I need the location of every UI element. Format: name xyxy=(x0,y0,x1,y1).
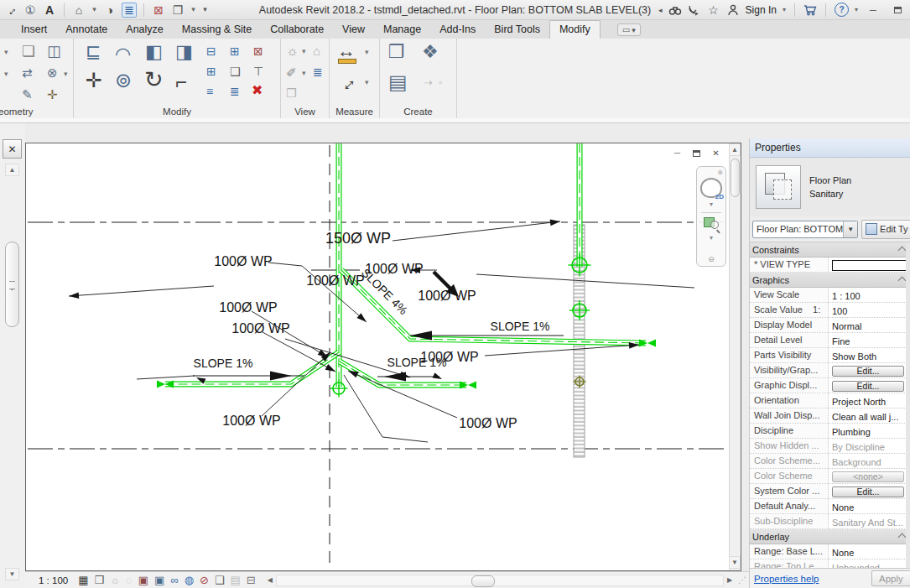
search-binoculars-icon[interactable] xyxy=(668,3,682,17)
temporary-hide-isolate-icon[interactable]: ◍ xyxy=(185,575,194,585)
property-value[interactable]: Edit... xyxy=(829,484,910,498)
hscroll-track[interactable] xyxy=(276,575,724,586)
resize-grip[interactable]: ⋰ xyxy=(736,575,749,585)
pipe-fitting-symbol[interactable] xyxy=(330,380,348,398)
tag-by-category-icon[interactable]: ① xyxy=(23,3,38,18)
crop-view-icon[interactable]: ▣ xyxy=(138,575,148,585)
scale-icon[interactable]: ❑ xyxy=(230,65,241,77)
canvas-scroll-down-icon[interactable]: ▼ xyxy=(729,556,741,569)
type-selector-caret-icon[interactable]: ▼ xyxy=(843,221,857,237)
tab-manage[interactable]: Manage xyxy=(374,21,430,39)
apply-button[interactable]: Apply xyxy=(871,570,910,586)
properties-header[interactable]: Properties xyxy=(750,138,910,158)
tab-massing-site[interactable]: Massing & Site xyxy=(173,21,261,39)
navbar-close-icon[interactable]: ⊗ xyxy=(717,169,723,176)
view-house-icon[interactable]: ⌂ xyxy=(313,44,320,57)
leader-line[interactable] xyxy=(69,286,214,299)
mirror-pick-axis-icon[interactable]: ◧ xyxy=(145,43,163,61)
pipe-fitting-symbol[interactable] xyxy=(460,382,476,389)
worksharing-display-icon[interactable]: ⊘ xyxy=(200,575,209,585)
hscroll-thumb[interactable] xyxy=(471,575,495,587)
property-value[interactable]: None xyxy=(829,499,910,513)
collapse-infocenter-icon[interactable]: ◂ xyxy=(658,6,663,14)
type-selector-dropdown[interactable]: Floor Plan: BOTTOM ▼ xyxy=(752,221,858,238)
left-scrollbar-thumb[interactable] xyxy=(5,242,19,327)
view-caret-1[interactable]: ▾ xyxy=(302,48,306,55)
canvas-horizontal-scrollbar[interactable]: ◀ ▶ xyxy=(264,574,736,587)
geometry-caret-2[interactable]: ▾ xyxy=(4,70,8,78)
copy-icon[interactable]: ⊚ xyxy=(115,70,132,91)
thin-lines-icon[interactable]: ≣ xyxy=(122,3,137,18)
geometry-caret-1[interactable]: ▾ xyxy=(4,49,8,56)
unpin-icon[interactable]: ⊠ xyxy=(253,45,263,57)
tab-modify[interactable]: Modify xyxy=(549,20,601,39)
default-3d-view-caret[interactable]: ▾ xyxy=(91,3,98,18)
measure-caret-1[interactable]: ▾ xyxy=(365,49,369,56)
leader-line[interactable] xyxy=(476,274,694,288)
pipe-annotation[interactable]: 100Ø WP xyxy=(420,350,478,364)
scroll-up-button[interactable]: ▲ xyxy=(5,164,19,176)
create-parts-icon[interactable]: ⇢ xyxy=(424,77,433,88)
rendering-icon[interactable]: ◌ xyxy=(126,575,133,585)
extend-multiple-icon[interactable]: ≣ xyxy=(230,86,240,97)
split-element-icon[interactable]: ⊟ xyxy=(206,45,216,57)
tab-bird-tools[interactable]: Bird Tools xyxy=(485,21,549,39)
paint-icon[interactable]: ✛ xyxy=(47,88,58,101)
leader-line[interactable] xyxy=(268,263,367,322)
slope-arrow[interactable] xyxy=(377,372,442,382)
offset-icon[interactable]: ◠ xyxy=(115,45,131,64)
section-collapse-icon[interactable] xyxy=(898,533,907,542)
close-left-panel-button[interactable]: ✕ xyxy=(3,139,22,159)
zoom-caret-icon[interactable]: ▾ xyxy=(710,234,713,242)
sign-in-person-icon[interactable] xyxy=(726,3,740,17)
array-icon[interactable]: ⊞ xyxy=(206,65,216,77)
trim-multiple-icon[interactable]: ≡ xyxy=(206,86,213,97)
property-value[interactable]: 100 xyxy=(829,303,910,317)
minimize-button[interactable]: ─ xyxy=(864,3,882,17)
selection-box-icon[interactable]: ❒ xyxy=(286,87,297,99)
customize-qat-icon[interactable]: ▾ xyxy=(201,3,209,18)
split-with-gap-icon[interactable]: ⊞ xyxy=(230,45,240,57)
view-restore-icon[interactable] xyxy=(690,148,703,159)
pipe-annotation[interactable]: 100Ø WP xyxy=(231,321,289,336)
tab-annotate[interactable]: Annotate xyxy=(56,21,117,39)
tab-analyze[interactable]: Analyze xyxy=(117,21,172,39)
section-collapse-icon[interactable] xyxy=(898,247,907,255)
property-value[interactable]: Sanitary And St... xyxy=(829,514,910,528)
tab-add-ins[interactable]: Add-Ins xyxy=(430,21,485,39)
property-section-underlay[interactable]: Underlay xyxy=(750,529,910,544)
canvas-vscroll-thumb[interactable] xyxy=(731,159,740,197)
property-value[interactable]: By Discipline xyxy=(829,439,910,453)
switch-windows-caret[interactable]: ▾ xyxy=(190,3,197,18)
property-value[interactable] xyxy=(829,258,910,272)
property-section-graphics[interactable]: Graphics xyxy=(750,273,910,288)
join-geometry-icon[interactable]: ◫ xyxy=(47,44,61,59)
zoom-region-icon[interactable] xyxy=(703,216,720,232)
create-group-icon[interactable]: ❒ xyxy=(388,43,405,61)
reveal-constraints-icon[interactable]: ⊟ xyxy=(247,575,256,585)
pipe-annotation[interactable]: 100Ø WP xyxy=(214,254,272,268)
view-scale-control[interactable]: 1 : 100 xyxy=(39,575,68,585)
pipe-fitting-symbol[interactable] xyxy=(569,254,591,277)
leader-line[interactable] xyxy=(263,332,335,372)
property-value[interactable]: Project North xyxy=(829,393,910,408)
property-value[interactable]: Clean all wall j... xyxy=(829,408,910,423)
restore-button[interactable] xyxy=(888,3,907,17)
tab-collaborate[interactable]: Collaborate xyxy=(261,21,333,39)
ribbon-state-toggle[interactable]: ▭▾ xyxy=(617,23,641,36)
pipe-annotation[interactable]: SLOPE 1% xyxy=(491,320,550,333)
property-button-system-color[interactable]: Edit... xyxy=(832,487,904,497)
close-hidden-windows-icon[interactable]: ⊠ xyxy=(151,3,166,18)
view-close-icon[interactable]: ✕ xyxy=(710,148,722,159)
create-assembly-icon[interactable]: ▫ xyxy=(439,77,442,87)
trim-extend-corner-icon[interactable]: ⌐ xyxy=(175,72,187,92)
pipe-annotation[interactable]: 100Ø WP xyxy=(418,289,476,303)
create-similar-icon[interactable]: ❖ xyxy=(422,43,439,61)
property-value[interactable]: Show Both xyxy=(829,348,910,362)
canvas-vertical-scrollbar[interactable]: ▲ ▼ xyxy=(729,143,741,570)
help-caret-icon[interactable]: ▾ xyxy=(855,6,858,13)
pin-icon[interactable]: ⊤ xyxy=(253,65,263,77)
section-icon[interactable]: ◑ xyxy=(102,3,117,18)
pipe-annotation[interactable]: SLOPE 1% xyxy=(194,356,253,370)
edit-type-button[interactable]: Edit Ty xyxy=(861,220,910,239)
